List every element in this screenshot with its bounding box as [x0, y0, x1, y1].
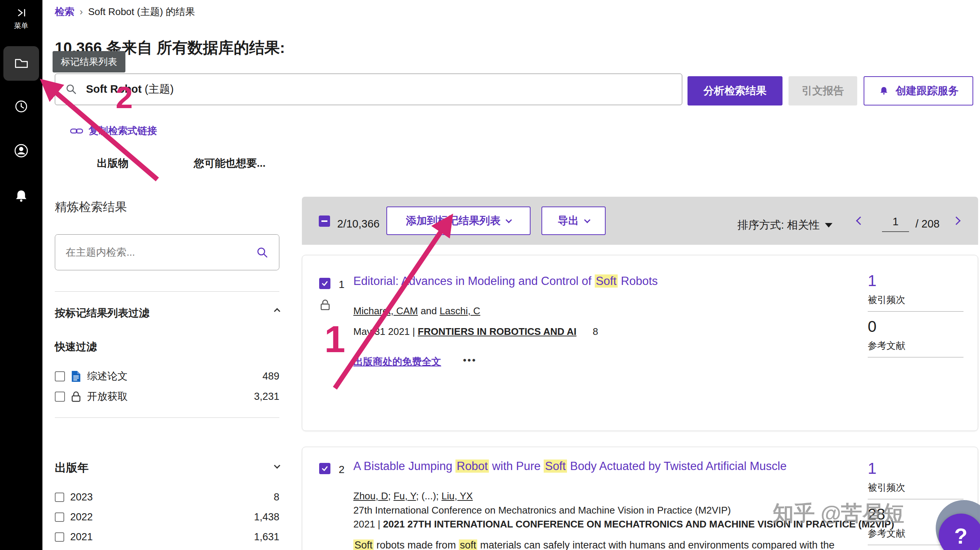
- sidebar-item-history[interactable]: [0, 98, 43, 115]
- year-2021-label: 2021: [70, 531, 93, 543]
- selected-count: 2/10,366: [337, 218, 380, 230]
- result-1-index: 1: [339, 278, 345, 291]
- year-2022-checkbox[interactable]: [55, 512, 64, 522]
- open-access-checkbox[interactable]: [55, 391, 65, 402]
- review-articles-label: 综述论文: [87, 369, 128, 383]
- open-access-lock-icon: [71, 391, 81, 402]
- search-query-input[interactable]: Soft Robot (主题): [55, 73, 682, 105]
- result-2-citations-count[interactable]: 1: [868, 459, 964, 478]
- divider: [55, 291, 279, 292]
- search-query-field: (主题): [142, 83, 173, 95]
- marked-list-filter-section[interactable]: 按标记结果列表过滤: [55, 306, 279, 320]
- marked-list-tooltip: 标记结果列表: [52, 51, 126, 72]
- sidebar-item-marked-list[interactable]: [3, 46, 39, 81]
- marked-list-filter-label: 按标记结果列表过滤: [55, 306, 150, 320]
- watermark-text: 知乎 @苦昼短: [773, 499, 904, 528]
- check-icon: [321, 280, 329, 287]
- bell-icon: [13, 188, 30, 205]
- publication-year-label: 出版年: [55, 460, 89, 476]
- refine-search-input[interactable]: [55, 235, 279, 270]
- result-1-checkbox[interactable]: [319, 278, 331, 289]
- result-card-1: 1 Editorial: Advances in Modeling and Co…: [302, 255, 978, 431]
- sidebar-item-account[interactable]: [0, 141, 43, 160]
- result-1-more-options-button[interactable]: •••: [463, 354, 476, 366]
- divider: [868, 311, 964, 312]
- create-alert-label: 创建跟踪服务: [896, 84, 959, 98]
- review-articles-checkbox[interactable]: [55, 371, 65, 382]
- result-2-conference: 27th International Conference on Mechatr…: [353, 505, 731, 516]
- result-1-authors[interactable]: Micharet, CAM and Laschi, C: [353, 305, 480, 317]
- result-2-title-link[interactable]: A Bistable Jumping Robot with Pure Soft …: [353, 459, 787, 473]
- result-1-references-count[interactable]: 0: [868, 318, 964, 335]
- create-alert-button[interactable]: 创建跟踪服务: [864, 76, 973, 105]
- breadcrumb-search-link[interactable]: 检索: [55, 5, 74, 18]
- chevron-down-icon: [274, 463, 280, 469]
- result-1-references-label: 参考文献: [868, 339, 964, 352]
- link-icon: [70, 127, 83, 135]
- open-access-label: 开放获取: [87, 390, 128, 403]
- result-2-authors[interactable]: Zhou, D; Fu, Y; (...); Liu, YX: [353, 490, 473, 502]
- year-filter-2022: 2022 1,438: [55, 509, 279, 525]
- year-filter-2023: 2023 8: [55, 489, 279, 505]
- review-articles-count: 489: [262, 370, 279, 382]
- result-2-index: 2: [339, 464, 345, 476]
- sidebar-item-notifications[interactable]: [0, 188, 43, 205]
- add-to-marked-list-label: 添加到标记结果列表: [406, 214, 501, 228]
- select-all-checkbox[interactable]: [319, 216, 330, 227]
- result-1-title-link[interactable]: Editorial: Advances in Modeling and Cont…: [353, 275, 658, 288]
- quick-filter-open-access: 开放获取 3,231: [55, 389, 279, 404]
- sort-label: 排序方式: 相关性: [737, 218, 820, 233]
- total-pages: / 208: [915, 218, 940, 230]
- breadcrumb-separator: ›: [80, 6, 83, 17]
- menu-toggle-button[interactable]: 菜单: [0, 7, 43, 31]
- result-2-citations-label: 被引频次: [868, 481, 964, 494]
- folder-icon: [13, 54, 30, 72]
- result-2-checkbox[interactable]: [319, 463, 331, 474]
- sort-dropdown[interactable]: 排序方式: 相关性: [737, 218, 832, 233]
- export-button[interactable]: 导出: [541, 207, 606, 235]
- page-number-input[interactable]: 1: [882, 212, 909, 232]
- year-2023-count: 8: [274, 491, 279, 503]
- analyze-results-button[interactable]: 分析检索结果: [687, 76, 783, 105]
- sort-caret-icon: [825, 223, 832, 227]
- chevron-down-icon: [506, 217, 512, 223]
- export-label: 导出: [558, 214, 579, 228]
- breadcrumb-current: Soft Robot (主题) 的结果: [88, 5, 195, 18]
- refine-search-box: [55, 234, 279, 270]
- result-2-abstract-preview: Soft robots made from soft materials can…: [353, 539, 835, 550]
- check-icon: [321, 465, 329, 472]
- citation-report-button[interactable]: 引文报告: [789, 76, 857, 105]
- year-filter-2021: 2021 1,631: [55, 529, 279, 545]
- open-access-count: 3,231: [254, 391, 279, 402]
- sidebar: 菜单: [0, 0, 43, 550]
- result-1-source[interactable]: May 31 2021 | FRONTIERS IN ROBOTICS AND …: [353, 326, 598, 337]
- quick-filter-review: 综述论文 489: [55, 368, 279, 384]
- publication-year-section[interactable]: 出版年: [55, 460, 279, 476]
- year-2021-checkbox[interactable]: [55, 533, 64, 542]
- add-to-marked-list-button[interactable]: 添加到标记结果列表: [387, 207, 531, 235]
- quick-filters-title: 快速过滤: [55, 340, 97, 354]
- prev-page-button[interactable]: [856, 217, 865, 225]
- search-icon: [65, 83, 78, 96]
- results-toolbar: 2/10,366 添加到标记结果列表 导出 排序方式: 相关性 1 / 208: [302, 197, 978, 245]
- copy-query-link-label: 复制检索式链接: [89, 124, 157, 137]
- chevron-up-icon: [274, 308, 280, 315]
- divider: [55, 418, 279, 418]
- year-filter-partial: [55, 548, 279, 550]
- chevron-down-icon: [584, 217, 590, 223]
- result-card-2: 2 A Bistable Jumping Robot with Pure Sof…: [302, 447, 978, 550]
- result-1-free-full-text-link[interactable]: 出版商处的免费全文: [353, 355, 441, 368]
- year-2022-count: 1,438: [254, 511, 279, 523]
- year-2023-checkbox[interactable]: [55, 493, 64, 502]
- refine-search-icon[interactable]: [256, 246, 269, 259]
- next-page-button[interactable]: [952, 217, 961, 225]
- divider: [868, 357, 964, 358]
- results-count-suffix: 条来自 所有数据库的结果:: [102, 39, 285, 56]
- copy-query-link[interactable]: 复制检索式链接: [70, 124, 157, 137]
- indeterminate-minus-icon: [321, 220, 328, 222]
- result-1-metrics: 1 被引频次 0 参考文献: [868, 272, 964, 358]
- menu-expand-icon: [15, 7, 27, 19]
- tab-publications[interactable]: 出版物: [97, 156, 129, 170]
- result-1-citations-count[interactable]: 1: [868, 272, 964, 290]
- tab-you-may-also-like[interactable]: 您可能也想要...: [194, 156, 266, 170]
